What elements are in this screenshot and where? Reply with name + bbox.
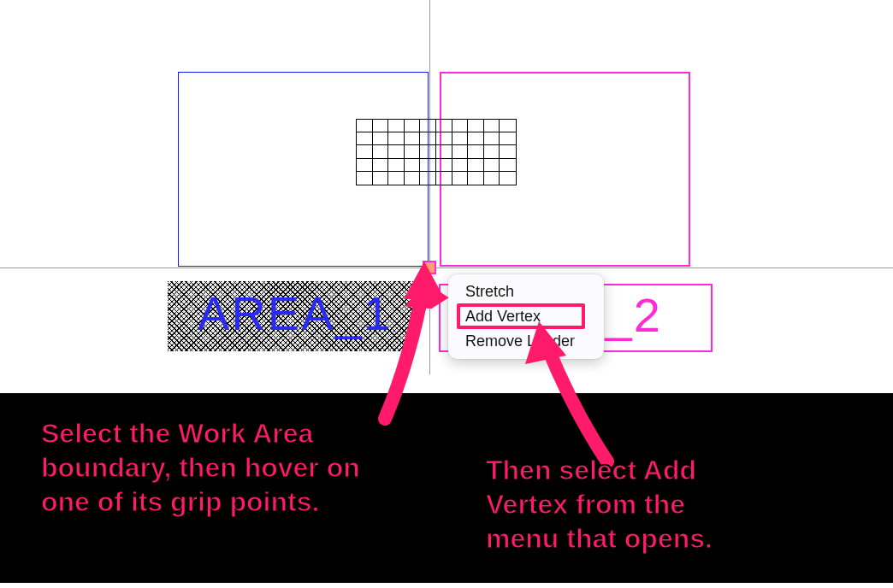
area-1-label: AREA_1: [198, 285, 392, 341]
annotation-left: Select the Work Area boundary, then hove…: [41, 416, 409, 519]
menu-item-remove-leader[interactable]: Remove Leader: [448, 329, 604, 354]
drawing-canvas[interactable]: AREA_1 AREA_2 Stretch Add Vertex Remove …: [0, 0, 893, 588]
annotation-right: Then select Add Vertex from the menu tha…: [486, 453, 845, 556]
axis-horizontal: [0, 268, 893, 268]
grid-object[interactable]: [356, 119, 517, 185]
grip-context-menu: Stretch Add Vertex Remove Leader: [448, 274, 604, 359]
menu-item-add-vertex[interactable]: Add Vertex: [448, 304, 604, 329]
grip-point[interactable]: [423, 261, 436, 274]
axis-vertical: [429, 0, 430, 374]
menu-item-stretch[interactable]: Stretch: [448, 279, 604, 304]
